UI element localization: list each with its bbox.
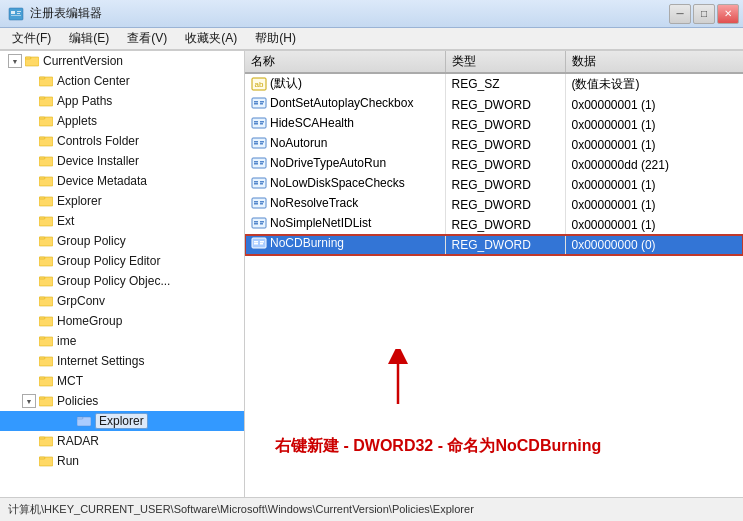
row-name: HideSCAHealth: [245, 115, 445, 135]
expand-spacer: [22, 134, 36, 148]
expand-spacer: [22, 434, 36, 448]
row-name: DontSetAutoplayCheckbox: [245, 95, 445, 115]
tree-item-explorer-child[interactable]: Explorer: [0, 411, 244, 431]
tree-label-mct: MCT: [57, 374, 83, 388]
close-button[interactable]: ✕: [717, 4, 739, 24]
minimize-button[interactable]: ─: [669, 4, 691, 24]
tree-item-currentversion[interactable]: CurrentVersion: [0, 51, 244, 71]
app-icon: [8, 6, 24, 22]
svg-rect-28: [39, 277, 45, 279]
folder-icon: [38, 454, 54, 468]
expand-spacer: [22, 314, 36, 328]
tree-label-controlsfolder: Controls Folder: [57, 134, 139, 148]
col-header-data[interactable]: 数据: [565, 51, 743, 73]
menu-edit[interactable]: 编辑(E): [61, 28, 117, 49]
row-data: 0x00000001 (1): [565, 215, 743, 235]
table-row[interactable]: NoDriveTypeAutoRun REG_DWORD 0x000000dd …: [245, 155, 743, 175]
row-data: (数值未设置): [565, 73, 743, 95]
menu-favorites[interactable]: 收藏夹(A): [177, 28, 245, 49]
folder-icon: [76, 414, 92, 428]
svg-rect-44: [39, 437, 45, 439]
title-bar: 注册表编辑器 ─ □ ✕: [0, 0, 743, 28]
folder-icon: [38, 334, 54, 348]
menu-file[interactable]: 文件(F): [4, 28, 59, 49]
row-type: REG_DWORD: [445, 135, 565, 155]
explorer-badge: Explorer: [95, 413, 148, 429]
table-row-nocdburning[interactable]: NoCDBurning REG_DWORD 0x00000000 (0): [245, 235, 743, 255]
tree-item-ime[interactable]: ime: [0, 331, 244, 351]
tree-item-actioncenter[interactable]: Action Center: [0, 71, 244, 91]
tree-item-ext[interactable]: Ext: [0, 211, 244, 231]
folder-icon: [38, 434, 54, 448]
menu-view[interactable]: 查看(V): [119, 28, 175, 49]
expand-icon[interactable]: [22, 394, 36, 408]
tree-item-run[interactable]: Run: [0, 451, 244, 471]
svg-rect-12: [39, 117, 45, 119]
expand-spacer: [22, 254, 36, 268]
col-header-type[interactable]: 类型: [445, 51, 565, 73]
tree-item-applets[interactable]: Applets: [0, 111, 244, 131]
svg-rect-58: [260, 123, 263, 125]
table-row[interactable]: NoLowDiskSpaceChecks REG_DWORD 0x0000000…: [245, 175, 743, 195]
svg-rect-67: [260, 161, 264, 163]
svg-rect-30: [39, 297, 45, 299]
svg-rect-42: [77, 417, 83, 419]
row-data: 0x000000dd (221): [565, 155, 743, 175]
svg-rect-60: [254, 141, 258, 143]
tree-item-deviceinstaller[interactable]: Device Installer: [0, 151, 244, 171]
tree-item-homegroup[interactable]: HomeGroup: [0, 311, 244, 331]
svg-rect-87: [260, 241, 264, 243]
svg-rect-63: [260, 143, 263, 145]
expand-spacer: [22, 174, 36, 188]
expand-icon[interactable]: [8, 54, 22, 68]
tree-item-controlsfolder[interactable]: Controls Folder: [0, 131, 244, 151]
table-row[interactable]: NoAutorun REG_DWORD 0x00000001 (1): [245, 135, 743, 155]
svg-rect-22: [39, 217, 45, 219]
tree-item-radar[interactable]: RADAR: [0, 431, 244, 451]
title-controls: ─ □ ✕: [669, 4, 739, 24]
svg-rect-36: [39, 357, 45, 359]
table-row[interactable]: ab (默认) REG_SZ (数值未设置): [245, 73, 743, 95]
tree-item-grpconv[interactable]: GrpConv: [0, 291, 244, 311]
svg-rect-83: [260, 223, 263, 225]
svg-rect-56: [254, 123, 258, 125]
tree-item-apppaths[interactable]: App Paths: [0, 91, 244, 111]
tree-item-internetsettings[interactable]: Internet Settings: [0, 351, 244, 371]
row-type: REG_DWORD: [445, 195, 565, 215]
svg-rect-50: [254, 101, 258, 103]
tree-panel[interactable]: CurrentVersion Action Center App Paths A…: [0, 51, 245, 497]
tree-item-explorer[interactable]: Explorer: [0, 191, 244, 211]
tree-label-currentversion: CurrentVersion: [43, 54, 123, 68]
svg-rect-26: [39, 257, 45, 259]
expand-spacer: [22, 114, 36, 128]
table-row[interactable]: NoSimpleNetIDList REG_DWORD 0x00000001 (…: [245, 215, 743, 235]
svg-rect-16: [39, 157, 45, 159]
table-row[interactable]: DontSetAutoplayCheckbox REG_DWORD 0x0000…: [245, 95, 743, 115]
menu-help[interactable]: 帮助(H): [247, 28, 304, 49]
tree-item-policies[interactable]: Policies: [0, 391, 244, 411]
svg-rect-32: [39, 317, 45, 319]
row-name: NoLowDiskSpaceChecks: [245, 175, 445, 195]
table-row[interactable]: HideSCAHealth REG_DWORD 0x00000001 (1): [245, 115, 743, 135]
col-header-name[interactable]: 名称: [245, 51, 445, 73]
registry-table[interactable]: 名称 类型 数据 ab (默认) REG_SZ: [245, 51, 743, 497]
tree-item-grouppolicy[interactable]: Group Policy: [0, 231, 244, 251]
folder-icon: [38, 174, 54, 188]
tree-item-grouppolicyobject[interactable]: Group Policy Objec...: [0, 271, 244, 291]
svg-rect-20: [39, 197, 45, 199]
table-row[interactable]: NoResolveTrack REG_DWORD 0x00000001 (1): [245, 195, 743, 215]
tree-item-grouppolicyeditor[interactable]: Group Policy Editor: [0, 251, 244, 271]
tree-item-devicemetadata[interactable]: Device Metadata: [0, 171, 244, 191]
svg-rect-72: [260, 181, 264, 183]
svg-rect-34: [39, 337, 45, 339]
svg-rect-88: [260, 243, 263, 245]
row-data: 0x00000001 (1): [565, 115, 743, 135]
svg-rect-52: [260, 101, 264, 103]
maximize-button[interactable]: □: [693, 4, 715, 24]
tree-label-deviceinstaller: Device Installer: [57, 154, 139, 168]
svg-rect-40: [39, 397, 45, 399]
menu-bar: 文件(F) 编辑(E) 查看(V) 收藏夹(A) 帮助(H): [0, 28, 743, 50]
svg-rect-77: [260, 201, 264, 203]
tree-item-mct[interactable]: MCT: [0, 371, 244, 391]
folder-icon: [38, 154, 54, 168]
